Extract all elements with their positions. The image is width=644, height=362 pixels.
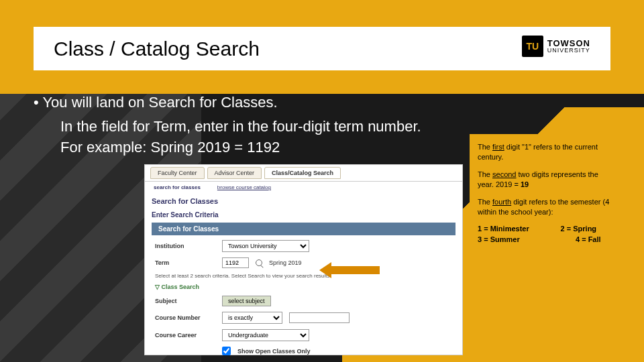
- open-classes-checkbox[interactable]: [222, 347, 231, 355]
- logo-sub: UNIVERSITY: [547, 48, 590, 54]
- course-career-select[interactable]: Undergraduate: [222, 329, 309, 341]
- course-number-input[interactable]: [289, 312, 350, 323]
- subtab-browse-catalog[interactable]: browse course catalog: [214, 183, 274, 192]
- class-search-expand[interactable]: ▽ Class Search: [145, 281, 462, 293]
- subtab-search-classes[interactable]: search for classes: [150, 183, 204, 192]
- search-icon[interactable]: [256, 259, 262, 266]
- term-input[interactable]: [222, 257, 249, 268]
- section-title: Search for Classes: [145, 193, 462, 209]
- bullet-main: • You will land on Search for Classes.: [34, 94, 624, 111]
- subject-label: Subject: [155, 298, 215, 304]
- help-text: Select at least 2 search criteria. Selec…: [145, 271, 462, 281]
- institution-label: Institution: [155, 243, 215, 249]
- logo-badge: TU: [522, 36, 543, 57]
- course-career-label: Course Career: [155, 332, 215, 339]
- course-op-select[interactable]: is exactly: [222, 312, 282, 324]
- tab-advisor-center[interactable]: Advisor Center: [207, 167, 262, 179]
- open-classes-label: Show Open Classes Only: [237, 348, 311, 355]
- page-title: Class / Catalog Search: [54, 38, 260, 60]
- institution-select[interactable]: Towson University: [222, 240, 309, 252]
- course-number-label: Course Number: [155, 314, 215, 321]
- towson-logo: TU TOWSON UNIVERSITY: [522, 36, 590, 57]
- term-display: Spring 2019: [269, 259, 302, 266]
- tab-faculty-center[interactable]: Faculty Center: [150, 167, 205, 179]
- select-subject-button[interactable]: select subject: [222, 296, 271, 306]
- term-label: Term: [155, 259, 215, 266]
- section-subtitle: Enter Search Criteria: [145, 209, 462, 221]
- app-screenshot: Faculty Center Advisor Center Class/Cata…: [144, 164, 463, 355]
- callout-arrow-icon: [319, 262, 380, 278]
- callout-box: The first digit "1" refers to the curren…: [470, 134, 624, 253]
- tab-class-catalog-search[interactable]: Class/Catalog Search: [264, 167, 341, 179]
- search-bar-header: Search for Classes: [152, 223, 455, 235]
